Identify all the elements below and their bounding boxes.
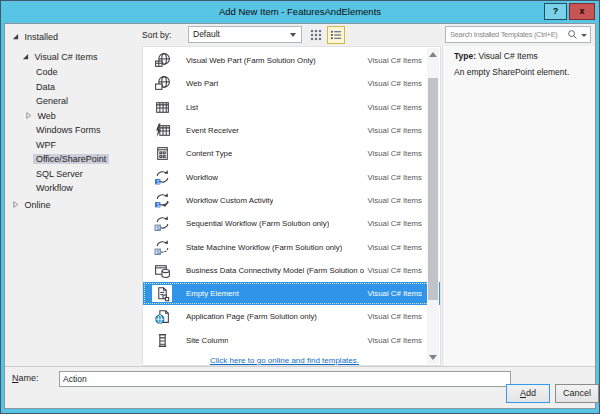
template-category: Visual C# Items [364,219,422,228]
template-category: Visual C# Items [364,79,422,88]
template-category: Visual C# Items [364,336,422,345]
template-category: Visual C# Items [364,243,422,252]
template-item-application-page[interactable]: Application Page (Farm Solution only) Vi… [143,305,440,328]
help-button[interactable]: ? [544,3,567,20]
tree-node-online[interactable]: Online [12,198,51,212]
sort-dropdown-value: Default [193,29,220,39]
small-icons-view-button[interactable] [307,26,325,44]
cancel-button[interactable]: Cancel [555,384,599,403]
template-item-sequential-workflow[interactable]: S Sequential Workflow (Farm Solution onl… [143,212,440,235]
template-label: Application Page (Farm Solution only) [186,312,317,321]
tree-node-code[interactable]: Code [36,65,58,79]
chevron-down-icon [290,33,296,37]
tree-node-workflow[interactable]: Workflow [36,181,73,195]
tree-node-installed[interactable]: Installed [12,30,58,44]
tree-label: Web [38,111,56,121]
expanded-triangle-icon[interactable] [12,33,22,40]
template-category: Visual C# Items [364,173,422,182]
template-item-web-part[interactable]: Web Part Visual C# Items [143,72,440,95]
site-column-icon [152,332,172,349]
tree-node-web[interactable]: Web [25,109,56,123]
template-label: Empty Element [186,289,239,298]
add-new-item-dialog: Add New Item - FeaturesAndElements ? x S… [0,0,600,414]
workflow-icon: S [152,169,172,186]
tree-label: Installed [25,32,59,42]
template-category: Visual C# Items [364,196,422,205]
tree-node-windows-forms[interactable]: Windows Forms [36,123,101,137]
tree-label: Code [36,67,58,77]
tree-node-sql-server[interactable]: SQL Server [36,167,83,181]
template-category: Visual C# Items [364,266,422,275]
tree-label: Visual C# Items [35,52,98,62]
name-input[interactable] [59,371,511,387]
list-icon [152,99,172,116]
tree-node-wpf[interactable]: WPF [36,138,56,152]
tree-label: WPF [36,140,56,150]
collapsed-triangle-icon[interactable] [12,201,22,208]
magnifier-icon[interactable] [567,29,578,40]
template-label: Workflow Custom Activity [186,196,273,205]
tree-label: Online [25,200,51,210]
tree-node-general[interactable]: General [36,94,68,108]
template-description: An empty SharePoint element. [454,67,595,77]
footer-bar: Name: Add Cancel [5,366,595,408]
template-item-workflow[interactable]: S Workflow Visual C# Items [143,165,440,188]
svg-text:S: S [156,179,159,184]
template-item-content-type[interactable]: Content Type Visual C# Items [143,142,440,165]
svg-text:S: S [156,226,159,231]
type-label: Type: [454,51,476,61]
content-type-icon [152,145,172,162]
list-view-button[interactable] [327,26,345,44]
tree-node-data[interactable]: Data [36,80,55,94]
template-item-site-column[interactable]: Site Column Visual C# Items [143,329,440,352]
search-box [445,26,591,43]
template-label: List [186,103,198,112]
go-online-link[interactable]: Click here to go online and find templat… [210,356,359,365]
close-button[interactable]: x [569,3,595,20]
type-value: Visual C# Items [478,51,537,61]
tree-label-selected: Office/SharePoint [33,154,109,164]
online-templates-link-row: Click here to go online and find templat… [143,355,426,365]
template-item-bdc-model[interactable]: Business Data Connectivity Model (Farm S… [143,259,440,282]
template-item-visual-web-part[interactable]: Visual Web Part (Farm Solution Only) Vis… [143,49,440,72]
template-item-workflow-custom-activity[interactable]: S Workflow Custom Activity Visual C# Ite… [143,189,440,212]
template-label: State Machine Workflow (Farm Solution on… [186,243,342,252]
scrollbar-thumb[interactable] [428,78,438,300]
tree-node-office-sharepoint[interactable]: Office/SharePoint [33,152,109,166]
workflow-custom-activity-icon: S [152,192,172,209]
template-label: Workflow [186,173,218,182]
list-scrollbar[interactable] [427,48,439,364]
template-item-list[interactable]: List Visual C# Items [143,96,440,119]
template-label: Site Column [186,336,228,345]
template-category-tree: Installed Visual C# Items Code Data Gene… [5,24,141,365]
scroll-down-icon[interactable] [429,355,437,360]
bdc-model-icon [152,262,172,279]
template-item-state-machine-workflow[interactable]: S State Machine Workflow (Farm Solution … [143,235,440,258]
template-item-event-receiver[interactable]: Event Receiver Visual C# Items [143,119,440,142]
template-info-panel: Type: Visual C# Items An empty SharePoin… [442,46,595,366]
svg-text:S: S [156,202,159,207]
expanded-triangle-icon[interactable] [22,53,32,60]
state-machine-workflow-icon: S [152,239,172,256]
search-options-chevron-icon[interactable] [581,34,587,37]
template-label: Web Part [186,79,218,88]
template-category: Visual C# Items [364,103,422,112]
web-part-icon [152,75,172,92]
template-item-empty-element[interactable]: Empty Element Visual C# Items [143,282,440,305]
tree-label: SQL Server [36,169,83,179]
sort-dropdown[interactable]: Default [188,26,302,43]
tree-node-visual-csharp-items[interactable]: Visual C# Items [22,50,97,64]
titlebar: Add New Item - FeaturesAndElements ? x [1,1,599,23]
application-page-icon [152,308,172,325]
add-button[interactable]: Add [506,384,550,403]
template-label: Sequential Workflow (Farm Solution only) [186,219,329,228]
template-category: Visual C# Items [364,149,422,158]
search-input[interactable] [446,27,568,42]
list-view-icon [330,29,342,41]
sequential-workflow-icon: S [152,215,172,232]
dialog-title: Add New Item - FeaturesAndElements [1,1,599,23]
collapsed-triangle-icon[interactable] [25,112,35,119]
template-category: Visual C# Items [364,312,422,321]
scroll-up-icon[interactable] [429,52,437,57]
tree-label: Workflow [36,183,73,193]
